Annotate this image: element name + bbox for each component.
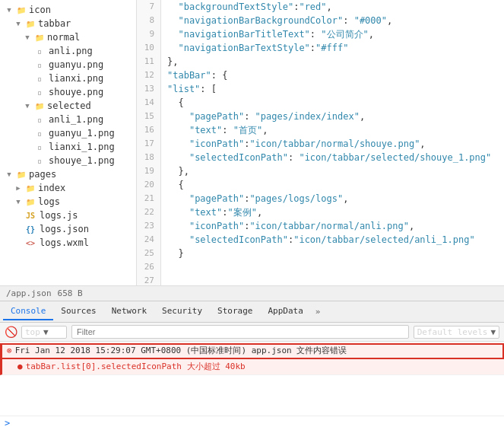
tree-label: normal xyxy=(47,32,80,43)
expand-icon: ▼ xyxy=(3,168,15,180)
code-line-8: 8 "navigationBarBackgroundColor": "#000"… xyxy=(137,14,504,27)
line-content: }, xyxy=(161,164,504,178)
tree-item-logs-wxml[interactable]: <> logs.wxml xyxy=(0,236,136,250)
error-icon: ⊗ xyxy=(7,346,12,355)
tree-item-lianxi-png[interactable]: ▫ lianxi.png xyxy=(0,72,136,85)
image-icon: ▫ xyxy=(33,141,46,153)
line-content: "text":"案例", xyxy=(161,205,504,219)
tree-label: guanyu.png xyxy=(49,59,103,70)
tree-label: logs.json xyxy=(40,224,89,234)
tree-item-index[interactable]: ▶ 📁 index xyxy=(0,181,136,195)
line-number: 27 xyxy=(137,274,161,285)
tree-label: tabbar xyxy=(38,18,71,29)
line-content: "tabBar": { xyxy=(161,68,504,82)
tree-label: lianxi.png xyxy=(49,73,103,84)
status-bar: /app.json 658 B xyxy=(0,285,504,301)
tree-item-pages[interactable]: ▼ 📁 pages xyxy=(0,167,136,181)
tree-label: pages xyxy=(29,169,56,180)
code-line-23: 23 "iconPath":"icon/tabbar/normal/anli.p… xyxy=(137,219,504,233)
code-line-15: 15 "pagePath": "pages/index/index", xyxy=(137,110,504,123)
tree-item-shouye-png[interactable]: ▫ shouye.png xyxy=(0,85,136,99)
tree-label: index xyxy=(38,183,65,193)
code-line-19: 19 }, xyxy=(137,164,504,178)
line-number: 11 xyxy=(137,55,161,68)
line-number: 7 xyxy=(137,0,161,14)
level-selector[interactable]: Default levels ▼ xyxy=(414,326,499,339)
tab-console[interactable]: Console xyxy=(3,303,53,320)
js-icon: JS xyxy=(24,209,36,221)
line-number: 10 xyxy=(137,41,161,55)
expand-icon: ▼ xyxy=(21,100,33,112)
code-editor: 7 "backgroundTextStyle":"red", 8 "naviga… xyxy=(137,0,504,285)
tree-label: guanyu_1.png xyxy=(49,128,115,139)
tab-storage[interactable]: Storage xyxy=(210,303,260,320)
line-number: 26 xyxy=(137,260,161,274)
code-line-17: 17 "iconPath":"icon/tabbar/normal/shouye… xyxy=(137,137,504,151)
image-icon: ▫ xyxy=(33,127,46,139)
tree-item-normal[interactable]: ▼ 📁 normal xyxy=(0,30,136,44)
line-number: 18 xyxy=(137,151,161,164)
code-line-21: 21 "pagePath":"pages/logs/logs", xyxy=(137,192,504,205)
image-icon: ▫ xyxy=(33,113,46,126)
code-line-12: 12 "tabBar": { xyxy=(137,68,504,82)
tree-label: logs xyxy=(38,196,60,207)
tree-item-selected[interactable]: ▼ 📁 selected xyxy=(0,99,136,113)
tree-item-lianxi-1-png[interactable]: ▫ lianxi_1.png xyxy=(0,140,136,154)
line-number: 24 xyxy=(137,233,161,247)
filter-input[interactable] xyxy=(71,325,409,339)
tab-security[interactable]: Security xyxy=(154,303,210,320)
tree-item-logs-json[interactable]: {} logs.json xyxy=(0,222,136,236)
line-content: "list": [ xyxy=(161,82,504,96)
error-icon: ● xyxy=(17,362,23,371)
folder-icon: 📁 xyxy=(15,168,27,180)
clear-console-button[interactable]: 🚫 xyxy=(5,326,17,338)
line-content: "pagePath":"pages/logs/logs", xyxy=(161,192,504,205)
line-number: 17 xyxy=(137,137,161,151)
tree-item-guanyu-png[interactable]: ▫ guanyu.png xyxy=(0,58,136,72)
line-number: 21 xyxy=(137,192,161,205)
console-error-msg-1: ⊗Fri Jan 12 2018 15:29:07 GMT+0800 (中国标准… xyxy=(0,343,504,359)
tree-item-anli-png[interactable]: ▫ anli.png xyxy=(0,44,136,58)
folder-icon: 📁 xyxy=(24,196,36,208)
level-value: Default levels xyxy=(417,327,488,337)
context-selector[interactable]: top ▼ xyxy=(21,326,67,339)
expand-icon: ▼ xyxy=(3,4,15,16)
code-line-9: 9 "navigationBarTitleText": "公司简介", xyxy=(137,27,504,41)
chevron-down-icon: ▼ xyxy=(43,327,49,337)
tree-item-guanyu-1-png[interactable]: ▫ guanyu_1.png xyxy=(0,126,136,140)
tree-label: anli.png xyxy=(49,46,93,56)
tree-item-logs[interactable]: ▼ 📁 logs xyxy=(0,195,136,209)
code-line-10: 10 "navigationBarTextStyle":"#fff" xyxy=(137,41,504,55)
line-number: 9 xyxy=(137,27,161,41)
tree-item-icon[interactable]: ▼ 📁 icon xyxy=(0,3,136,17)
tree-item-anli-1-png[interactable]: ▫ anli_1.png xyxy=(0,113,136,126)
json-icon: {} xyxy=(24,223,36,235)
chevron-down-icon: ▼ xyxy=(490,327,496,337)
console-prompt[interactable]: > xyxy=(0,416,504,430)
tree-label: logs.wxml xyxy=(40,237,89,248)
expand-icon: ▶ xyxy=(12,182,24,194)
tree-label: logs.js xyxy=(40,210,78,221)
line-number: 16 xyxy=(137,123,161,137)
code-line-26: 26 xyxy=(137,260,504,274)
line-content: "pagePath": "pages/index/index", xyxy=(161,110,504,123)
folder-icon: 📁 xyxy=(24,18,36,30)
line-number: 20 xyxy=(137,178,161,192)
tree-item-tabbar[interactable]: ▼ 📁 tabbar xyxy=(0,17,136,30)
tab-appdata[interactable]: AppData xyxy=(260,303,310,320)
code-line-16: 16 "text": "首页", xyxy=(137,123,504,137)
code-line-11: 11 }, xyxy=(137,55,504,68)
tab-sources[interactable]: Sources xyxy=(53,303,103,320)
prompt-arrow: > xyxy=(5,418,10,428)
tree-item-logs-js[interactable]: JS logs.js xyxy=(0,209,136,222)
tree-label: selected xyxy=(47,100,91,111)
tab-network[interactable]: Network xyxy=(104,303,154,320)
console-messages: ⊗Fri Jan 12 2018 15:29:07 GMT+0800 (中国标准… xyxy=(0,342,504,416)
tab-more-button[interactable]: » xyxy=(311,304,325,320)
line-content: }, xyxy=(161,55,504,68)
expand-icon: ▼ xyxy=(21,31,33,43)
line-number: 13 xyxy=(137,82,161,96)
line-content: "navigationBarTextStyle":"#fff" xyxy=(161,41,504,55)
tree-item-shouye-1-png[interactable]: ▫ shouye_1.png xyxy=(0,154,136,167)
tree-label: lianxi_1.png xyxy=(49,142,115,152)
